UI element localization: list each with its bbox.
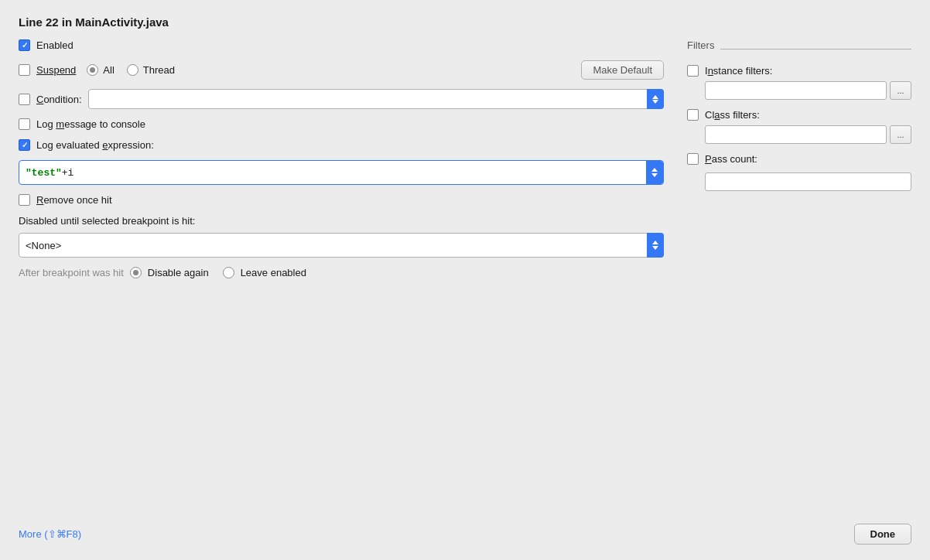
- condition-spinner-button[interactable]: [647, 89, 664, 109]
- pass-count-input-wrap: [687, 169, 911, 191]
- filters-separator-line: [720, 49, 911, 50]
- thread-radio[interactable]: [127, 64, 138, 76]
- after-breakpoint-label: After breakpoint was hit: [19, 267, 124, 278]
- none-value: <None>: [26, 240, 61, 251]
- expr-spinner-down: [651, 173, 658, 177]
- condition-label: CCondition:ondition:: [36, 94, 82, 105]
- remove-once-hit-label: Remove once hit: [36, 194, 112, 206]
- expr-spinner-up: [651, 168, 658, 172]
- class-filters-browse-button[interactable]: ...: [890, 125, 911, 144]
- none-spinner-down: [652, 246, 658, 250]
- done-button[interactable]: Done: [854, 524, 912, 545]
- condition-row: CCondition:ondition:: [19, 89, 664, 109]
- all-label: All: [103, 64, 114, 76]
- none-spinner-button[interactable]: [647, 233, 664, 258]
- instance-filters-label: Instance filters:: [705, 65, 772, 77]
- disabled-until-label: Disabled until selected breakpoint is hi…: [19, 215, 195, 227]
- suspend-row: Suspend All Thread Make Default: [19, 60, 664, 80]
- bottom-row: More (⇧⌘F8) Done: [19, 516, 911, 545]
- log-expression-row: Log evaluated expression:: [19, 139, 664, 151]
- enabled-label: Enabled: [36, 39, 74, 51]
- log-message-row: Log message to console: [19, 118, 664, 130]
- condition-input-wrap: [88, 89, 664, 109]
- pass-count-label: Pass count:: [705, 153, 757, 165]
- remove-once-hit-row: Remove once hit: [19, 194, 664, 206]
- class-filters-input[interactable]: [705, 125, 887, 144]
- suspend-radio-group: All Thread: [87, 64, 175, 76]
- suspend-checkbox[interactable]: [19, 64, 30, 76]
- disabled-until-label-row: Disabled until selected breakpoint is hi…: [19, 215, 664, 227]
- log-message-label: Log message to console: [36, 118, 145, 130]
- suspend-label: Suspend: [36, 64, 76, 76]
- condition-input[interactable]: [88, 89, 664, 109]
- log-expression-label: Log evaluated expression:: [36, 139, 154, 151]
- right-panel: Filters Instance filters: ... Class filt…: [679, 39, 911, 516]
- expression-input-wrap: "test"+i: [19, 160, 664, 185]
- instance-filters-input[interactable]: [705, 81, 887, 100]
- breakpoint-dialog: Line 22 in MainActivity.java Enabled Sus…: [0, 0, 930, 560]
- class-filters-label: Class filters:: [705, 109, 760, 121]
- expression-spinner-button[interactable]: [646, 161, 663, 184]
- filters-header-row: Filters: [687, 39, 911, 59]
- pass-count-row: Pass count:: [687, 153, 911, 165]
- class-filters-checkbox[interactable]: [687, 109, 699, 121]
- none-dropdown-wrap: <None>: [19, 233, 664, 258]
- instance-filters-browse-button[interactable]: ...: [890, 81, 911, 100]
- make-default-button[interactable]: Make Default: [581, 60, 664, 80]
- pass-count-checkbox[interactable]: [687, 153, 699, 165]
- spinner-up-arrow: [652, 95, 658, 99]
- left-panel: Enabled Suspend All Thread Make Default: [19, 39, 679, 516]
- leave-enabled-label: Leave enabled: [241, 267, 306, 278]
- condition-checkbox[interactable]: [19, 94, 30, 105]
- dialog-title: Line 22 in MainActivity.java: [19, 15, 911, 29]
- all-radio[interactable]: [87, 64, 98, 76]
- expression-text: "test"+i: [26, 167, 74, 179]
- instance-filters-checkbox[interactable]: [687, 65, 699, 77]
- enabled-row: Enabled: [19, 39, 664, 51]
- log-message-checkbox[interactable]: [19, 118, 30, 130]
- pass-count-input[interactable]: [705, 172, 911, 191]
- disable-again-radio[interactable]: [130, 267, 142, 278]
- instance-filters-row: Instance filters:: [687, 65, 911, 77]
- none-dropdown[interactable]: <None>: [19, 233, 664, 258]
- disable-again-label: Disable again: [148, 267, 209, 278]
- instance-filters-input-row: ...: [687, 81, 911, 100]
- spinner-down-arrow: [652, 100, 658, 104]
- thread-label: Thread: [143, 64, 175, 76]
- expression-display: "test"+i: [19, 160, 664, 185]
- log-expression-checkbox[interactable]: [19, 139, 30, 151]
- main-content: Enabled Suspend All Thread Make Default: [19, 39, 911, 516]
- class-filters-row: Class filters:: [687, 109, 911, 121]
- after-breakpoint-row: After breakpoint was hit Disable again L…: [19, 267, 664, 278]
- remove-once-hit-checkbox[interactable]: [19, 194, 30, 206]
- none-spinner-up: [652, 241, 658, 244]
- more-link[interactable]: More (⇧⌘F8): [19, 528, 81, 540]
- leave-enabled-radio[interactable]: [223, 267, 234, 278]
- class-filters-input-row: ...: [687, 125, 911, 144]
- enabled-checkbox[interactable]: [19, 39, 30, 51]
- filters-title: Filters: [687, 39, 714, 51]
